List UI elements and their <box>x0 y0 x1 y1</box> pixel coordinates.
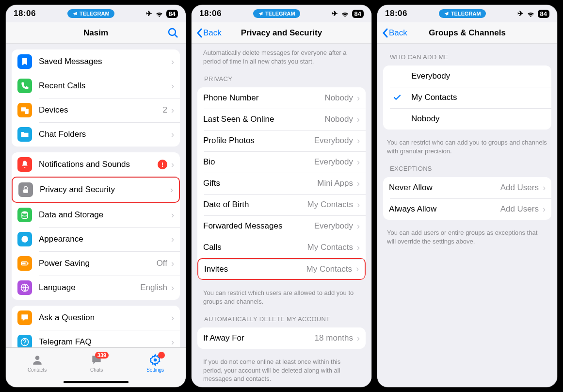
groups-content: WHO CAN ADD ME EverybodyMy ContactsNobod… <box>377 44 557 387</box>
svg-rect-8 <box>28 262 29 264</box>
privacy-row-phone-number[interactable]: Phone NumberNobody› <box>197 87 366 109</box>
row-value: My Contacts <box>306 264 352 274</box>
wifi-icon <box>155 11 163 17</box>
row-label: Invites <box>204 264 306 274</box>
phone-privacy: 18:06 TELEGRAM ✈︎ 84 Back Privacy and Se… <box>192 5 371 387</box>
tab-contacts[interactable]: Contacts <box>28 354 47 373</box>
airplane-icon: ✈︎ <box>517 9 524 18</box>
row-label: Calls <box>203 243 307 252</box>
privacy-row-last-seen-online[interactable]: Last Seen & OnlineNobody› <box>197 109 366 130</box>
exception-row-always-allow[interactable]: Always AllowAdd Users› <box>383 198 551 220</box>
chevron-right-icon: › <box>357 114 360 125</box>
privacy-row-profile-photos[interactable]: Profile PhotosEverybody› <box>197 130 366 151</box>
settings-row-notifications-and-sounds[interactable]: Notifications and Sounds!› <box>12 152 180 177</box>
chevron-right-icon: › <box>171 105 174 115</box>
battery-icon <box>17 256 32 271</box>
away-footer: If you do not come online at least once … <box>197 355 366 383</box>
row-value: Off <box>157 259 167 268</box>
row-label: Privacy and Security <box>40 185 169 195</box>
option-everybody[interactable]: Everybody <box>383 65 551 87</box>
exceptions-header: EXCEPTIONS <box>383 155 551 175</box>
wifi-icon <box>527 11 535 17</box>
privacy-row-calls[interactable]: CallsMy Contacts› <box>197 237 366 258</box>
option-my-contacts[interactable]: My Contacts <box>383 87 551 108</box>
chevron-right-icon: › <box>357 333 360 343</box>
settings-row-devices[interactable]: Devices2› <box>12 98 180 122</box>
privacy-row-date-of-birth[interactable]: Date of BirthMy Contacts› <box>197 194 366 215</box>
status-icons: ✈︎ 84 <box>146 9 178 18</box>
nav-bar: Nasim <box>6 22 186 44</box>
svg-rect-3 <box>25 109 29 114</box>
settings-row-data-and-storage[interactable]: Data and Storage› <box>12 203 180 227</box>
data-icon <box>17 208 32 222</box>
chevron-right-icon: › <box>357 200 360 210</box>
chevron-right-icon: › <box>171 234 174 245</box>
chevron-right-icon: › <box>543 204 546 214</box>
chevron-right-icon: › <box>170 185 173 195</box>
exception-row-never-allow[interactable]: Never AllowAdd Users› <box>383 177 551 198</box>
auto-delete-footer: Automatically delete messages for everyo… <box>197 47 366 65</box>
chevron-right-icon: › <box>171 283 174 293</box>
chevron-right-icon: › <box>543 183 546 193</box>
row-label: Language <box>39 283 140 293</box>
settings-row-saved-messages[interactable]: Saved Messages› <box>12 49 180 74</box>
if-away-row[interactable]: If Away For 18 months › <box>197 327 366 349</box>
row-value: Everybody <box>314 157 353 167</box>
chevron-right-icon: › <box>171 81 174 91</box>
chevron-right-icon: › <box>357 93 360 103</box>
privacy-row-bio[interactable]: BioEverybody› <box>197 151 366 173</box>
row-label: Forwarded Messages <box>203 221 314 231</box>
tab-settings[interactable]: Settings <box>146 354 164 373</box>
battery-level: 84 <box>166 10 178 18</box>
phone-groups: 18:06 TELEGRAM ✈︎ 84 Back Groups & Chann… <box>377 5 557 387</box>
exceptions-footer: You can add users or entire groups as ex… <box>383 226 551 245</box>
row-label: Profile Photos <box>203 136 314 146</box>
row-value: Add Users <box>500 183 539 193</box>
tab-bar: Contacts 339 Chats Settings <box>6 347 186 376</box>
privacy-row-forwarded-messages[interactable]: Forwarded MessagesEverybody› <box>197 215 366 237</box>
who-footer: You can restrict who can add you to grou… <box>383 135 551 155</box>
invites-footer: You can restrict which users are allowed… <box>197 286 366 306</box>
chevron-right-icon: › <box>357 179 360 189</box>
back-button[interactable]: Back <box>196 28 222 38</box>
alert-badge: ! <box>158 160 167 169</box>
settings-row-recent-calls[interactable]: Recent Calls› <box>12 74 180 98</box>
row-value: Everybody <box>314 136 353 146</box>
settings-row-ask-a-question[interactable]: Ask a Question› <box>12 306 180 330</box>
telegram-pill: TELEGRAM <box>439 9 486 18</box>
svg-point-0 <box>169 29 176 35</box>
settings-row-appearance[interactable]: Appearance› <box>12 227 180 251</box>
settings-row-language[interactable]: LanguageEnglish› <box>12 276 180 300</box>
privacy-row-gifts[interactable]: GiftsMini Apps› <box>197 173 366 194</box>
half-icon <box>17 232 32 246</box>
page-title: Nasim <box>83 28 108 38</box>
row-value: 2 <box>163 105 167 115</box>
chevron-right-icon: › <box>171 337 174 347</box>
settings-row-chat-folders[interactable]: Chat Folders› <box>12 122 180 147</box>
row-label: Last Seen & Online <box>203 114 324 124</box>
row-label: Data and Storage <box>39 210 170 220</box>
option-label: Nobody <box>411 114 546 124</box>
option-nobody[interactable]: Nobody <box>383 108 551 130</box>
privacy-row-invites[interactable]: InvitesMy Contacts› <box>197 258 366 280</box>
battery-level: 84 <box>352 10 364 18</box>
back-button[interactable]: Back <box>382 28 407 38</box>
row-label: Saved Messages <box>39 57 170 66</box>
who-can-add-header: WHO CAN ADD ME <box>383 44 551 64</box>
svg-line-1 <box>175 34 177 37</box>
wifi-icon <box>341 11 349 17</box>
tab-chats[interactable]: 339 Chats <box>90 354 103 373</box>
svg-point-5 <box>22 212 28 214</box>
settings-row-power-saving[interactable]: Power SavingOff› <box>12 251 180 276</box>
settings-row-telegram-faq[interactable]: Telegram FAQ› <box>12 330 180 347</box>
auto-delete-header: AUTOMATICALLY DELETE MY ACCOUNT <box>197 306 366 326</box>
row-label: Devices <box>39 105 163 115</box>
search-button[interactable] <box>167 27 179 39</box>
settings-row-privacy-and-security[interactable]: Privacy and Security› <box>12 177 180 203</box>
settings-badge <box>158 352 165 359</box>
status-bar: 18:06 TELEGRAM ✈︎ 84 <box>377 5 557 22</box>
row-label: Date of Birth <box>203 200 307 210</box>
option-label: Everybody <box>411 71 546 81</box>
chevron-right-icon: › <box>357 221 360 231</box>
status-time: 18:06 <box>385 9 407 18</box>
